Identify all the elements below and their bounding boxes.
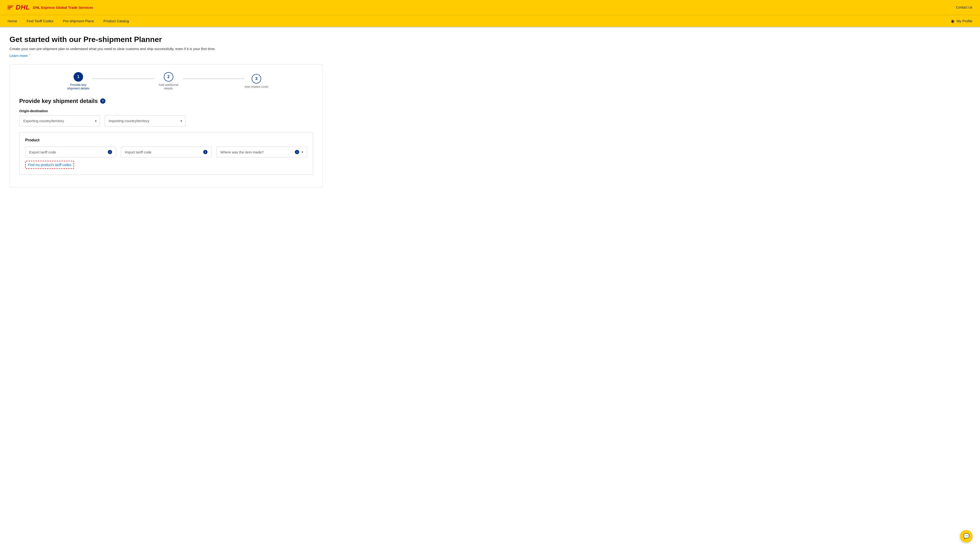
where-made-placeholder: Where was the item made? (220, 150, 293, 154)
step-2[interactable]: 2 Add additional details (154, 72, 183, 90)
step-line-2 (183, 79, 245, 79)
logo-lines (8, 6, 13, 9)
exporting-country-select[interactable]: Exporting country/territory (19, 115, 100, 127)
step-3-label: Add related costs (245, 85, 268, 89)
logo-line-2 (8, 7, 12, 8)
brand-name: DHL Express Global Trade Services (33, 5, 93, 10)
nav-home[interactable]: Home (8, 19, 17, 23)
page-subtitle: Create your own pre-shipment plan to und… (10, 47, 323, 51)
step-line-1 (92, 79, 154, 79)
origin-dest-row: Exporting country/territory ▾ Importing … (19, 115, 313, 127)
nav-links: Home Find Tariff Codes Pre-shipment Plan… (8, 19, 129, 23)
import-tariff-input-container[interactable]: i (121, 147, 212, 157)
nav-find-tariff-codes[interactable]: Find Tariff Codes (27, 19, 53, 23)
product-fields-row: i i Where was the item made? i ▾ (25, 147, 307, 157)
page-title: Get started with our Pre-shipment Planne… (10, 35, 323, 44)
learn-more-link[interactable]: Learn more ˅ (10, 54, 323, 58)
step-2-label: Add additional details (154, 83, 183, 90)
export-tariff-input[interactable] (29, 150, 107, 154)
import-tariff-input[interactable] (125, 150, 202, 154)
person-icon: ◉ (951, 19, 955, 24)
dhl-logo-text: DHL (16, 3, 30, 11)
product-box: Product i i (19, 132, 313, 175)
nav-pre-shipment-plans[interactable]: Pre-shipment Plans (63, 19, 94, 23)
where-made-info-icon[interactable]: i (295, 150, 299, 154)
product-box-title: Product (25, 138, 307, 142)
origin-destination-label: Origin-destination (19, 109, 313, 113)
export-tariff-info-icon[interactable]: i (108, 150, 112, 154)
main-content: Get started with our Pre-shipment Planne… (0, 27, 332, 195)
top-bar: DHL DHL Express Global Trade Services Co… (0, 0, 980, 15)
logo-line-1 (8, 6, 13, 6)
top-bar-left: DHL DHL Express Global Trade Services (8, 3, 93, 11)
nav-my-profile[interactable]: ◉ My Profile (951, 19, 972, 24)
exporting-dropdown-wrapper: Exporting country/territory ▾ (19, 115, 100, 127)
step-3[interactable]: 3 Add related costs (245, 74, 268, 89)
step-1-label: Provide key shipment details (64, 83, 92, 90)
section-help-icon[interactable]: ? (100, 98, 105, 104)
where-made-dropdown-arrow-icon: ▾ (302, 150, 303, 154)
find-tariff-bracket: Find my product's tariff codes (25, 161, 74, 169)
export-tariff-input-container[interactable]: i (25, 147, 116, 157)
section-title: Provide key shipment details ? (19, 98, 313, 105)
step-2-circle: 2 (164, 72, 173, 82)
nav-bar: Home Find Tariff Codes Pre-shipment Plan… (0, 15, 980, 27)
exporting-select-wrapper: Exporting country/territory ▾ (19, 115, 100, 127)
section-title-text: Provide key shipment details (19, 98, 98, 105)
find-tariff-wrapper: Find my product's tariff codes (25, 161, 74, 169)
dhl-logo: DHL (8, 3, 30, 11)
find-tariff-link[interactable]: Find my product's tariff codes (28, 163, 71, 167)
importing-select-wrapper: Importing country/territory ▾ (105, 115, 185, 127)
import-tariff-info-icon[interactable]: i (203, 150, 207, 154)
contact-us-link[interactable]: Contact Us (956, 5, 972, 9)
step-indicator: 1 Provide key shipment details 2 Add add… (19, 72, 313, 90)
importing-dropdown-wrapper: Importing country/territory ▾ (105, 115, 185, 127)
step-1-circle: 1 (73, 72, 83, 82)
where-made-container[interactable]: Where was the item made? i ▾ (216, 147, 307, 157)
learn-more-text: Learn more (10, 54, 28, 58)
my-profile-label: My Profile (956, 19, 972, 23)
export-tariff-field-wrapper: i (25, 147, 116, 157)
chevron-down-icon: ˅ (29, 54, 31, 57)
importing-country-select[interactable]: Importing country/territory (105, 115, 185, 127)
where-made-wrapper: Where was the item made? i ▾ (216, 147, 307, 157)
nav-product-catalog[interactable]: Product Catalog (103, 19, 129, 23)
step-3-circle: 3 (251, 74, 261, 84)
wizard-card: 1 Provide key shipment details 2 Add add… (10, 64, 323, 187)
import-tariff-field-wrapper: i (121, 147, 212, 157)
step-1[interactable]: 1 Provide key shipment details (64, 72, 92, 90)
logo-line-3 (8, 8, 10, 9)
